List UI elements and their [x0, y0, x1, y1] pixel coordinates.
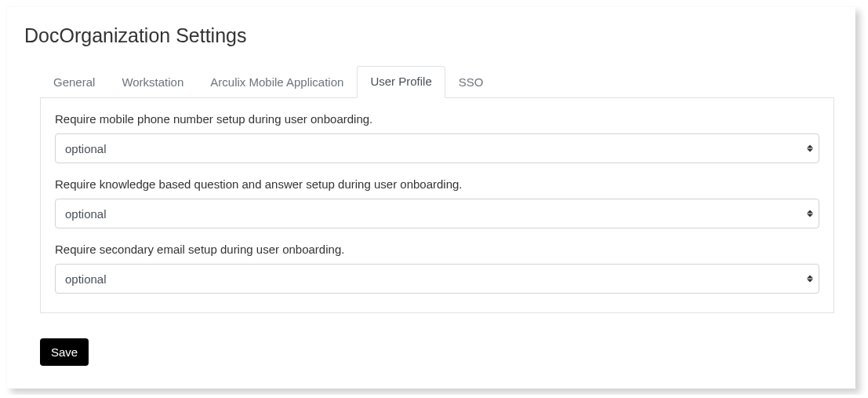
field-kb-question: Require knowledge based question and ans… — [55, 177, 819, 228]
select-value: optional — [65, 272, 107, 286]
select-value: optional — [65, 142, 107, 155]
select-kb-question[interactable]: optional — [55, 199, 819, 228]
select-wrap: optional — [55, 133, 819, 163]
tab-general[interactable]: General — [40, 67, 108, 98]
select-mobile-phone[interactable]: optional — [55, 133, 819, 163]
settings-panel: DocOrganization Settings General Worksta… — [6, 6, 855, 389]
select-value: optional — [65, 207, 107, 221]
tab-sso[interactable]: SSO — [445, 67, 497, 98]
tab-user-profile[interactable]: User Profile — [357, 66, 445, 98]
page-title: DocOrganization Settings — [24, 24, 837, 47]
field-label-secondary-email: Require secondary email setup during use… — [55, 243, 819, 256]
field-label-kb-question: Require knowledge based question and ans… — [55, 177, 819, 191]
save-button[interactable]: Save — [40, 338, 89, 366]
select-secondary-email[interactable]: optional — [55, 264, 819, 294]
field-label-mobile-phone: Require mobile phone number setup during… — [55, 112, 819, 126]
tabs: General Workstation Arculix Mobile Appli… — [40, 66, 834, 98]
tabs-container: General Workstation Arculix Mobile Appli… — [40, 66, 834, 313]
field-secondary-email: Require secondary email setup during use… — [55, 243, 819, 294]
field-mobile-phone: Require mobile phone number setup during… — [55, 112, 819, 163]
tab-workstation[interactable]: Workstation — [108, 67, 197, 98]
select-wrap: optional — [55, 264, 819, 294]
tab-content-user-profile: Require mobile phone number setup during… — [40, 98, 834, 313]
tab-arculix-mobile[interactable]: Arculix Mobile Application — [197, 67, 357, 98]
select-wrap: optional — [55, 199, 819, 228]
